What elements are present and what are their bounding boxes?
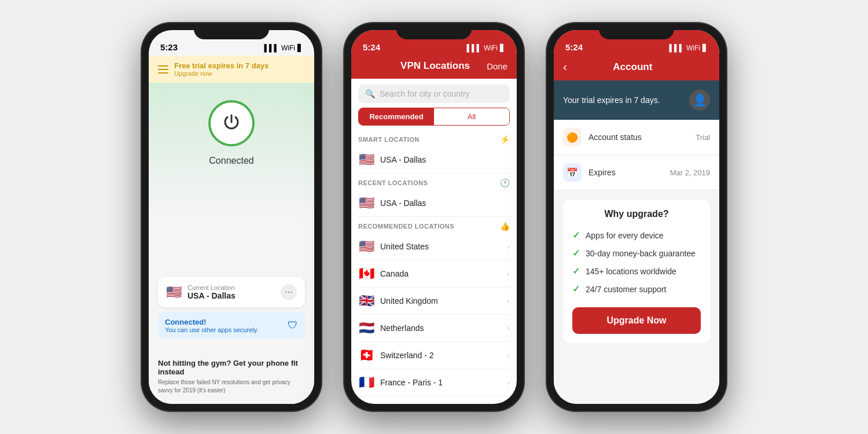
search-bar[interactable]: 🔍 Search for city or country — [358, 84, 510, 103]
upgrade-text-3: 24/7 customer support — [586, 285, 666, 294]
tabs-row: Recommended All — [358, 108, 510, 126]
signal-icon-2: ▌▌▌ — [466, 44, 481, 52]
recent-header: RECENT LOCATIONS 🕐 — [358, 174, 510, 190]
chevron-icon-4: › — [507, 351, 510, 360]
smart-location-header: SMART LOCATION ⚡ — [358, 130, 510, 146]
hamburger-icon[interactable] — [158, 65, 168, 73]
done-button[interactable]: Done — [487, 61, 507, 71]
recommended-label: RECOMMENDED LOCATIONS — [358, 223, 454, 230]
tab-all[interactable]: All — [434, 108, 509, 125]
us-flag-1: 🇺🇸 — [166, 285, 182, 300]
smart-location-row[interactable]: 🇺🇸 USA - Dallas — [358, 146, 510, 174]
loc-flag-6: 🇭🇰 — [358, 402, 374, 404]
loc-flag-3: 🇳🇱 — [358, 321, 374, 336]
check-icon-0: ✓ — [572, 230, 580, 241]
smart-name: USA - Dallas — [380, 155, 510, 164]
status-icons-3: ▌▌▌ WiFi ▋ — [669, 44, 708, 52]
locations-container: 🇺🇸 United States › 🇨🇦 Canada › 🇬🇧 United… — [358, 233, 510, 404]
blog-section: Not hitting the gym? Get your phone fit … — [149, 353, 314, 404]
connected-notification: Connected! You can use other apps secure… — [158, 312, 305, 339]
smart-flag: 🇺🇸 — [358, 152, 374, 167]
trial-banner: Free trial expires in 7 days Upgrade now — [149, 56, 314, 83]
location-row[interactable]: 🇨🇦 Canada › — [358, 260, 510, 288]
loc-flag-5: 🇫🇷 — [358, 375, 374, 390]
recommended-header: RECOMMENDED LOCATIONS 👍 — [358, 217, 510, 233]
upgrade-section: Why upgrade? ✓ Apps for every device ✓ 3… — [563, 200, 710, 343]
upgrade-item: ✓ 24/7 customer support — [572, 280, 701, 298]
trial-title: Free trial expires in 7 days — [174, 61, 305, 70]
clock-icon: 🕐 — [500, 178, 510, 187]
account-status-value: Trial — [696, 133, 710, 142]
vpn-title: VPN Locations — [384, 60, 487, 72]
phones-container: 5:23 ▌▌▌ WiFi ▋ Free trial expires in 7 … — [142, 23, 726, 411]
power-icon — [221, 112, 242, 135]
upgrade-title: Why upgrade? — [572, 209, 701, 219]
upgrade-item: ✓ Apps for every device — [572, 226, 701, 244]
avatar: 👤 — [689, 90, 710, 111]
loc-flag-1: 🇨🇦 — [358, 266, 374, 281]
location-row[interactable]: 🇭🇰 Hong Kong - 2 › — [358, 396, 510, 404]
more-button[interactable]: ··· — [281, 284, 297, 300]
blog-sub: Replace those failed NY resolutions and … — [158, 378, 305, 395]
chevron-icon-5: › — [507, 378, 510, 387]
notch — [194, 23, 269, 39]
connected-label: Connected — [209, 156, 253, 166]
recent-label: RECENT LOCATIONS — [358, 179, 428, 186]
loc-name-2: United Kingdom — [380, 296, 501, 306]
expires-value: Mar 2, 2019 — [670, 168, 710, 177]
recent-location-row[interactable]: 🇺🇸 USA - Dallas — [358, 190, 510, 217]
expires-icon: 📅 — [563, 163, 582, 182]
location-card[interactable]: 🇺🇸 Current Location USA - Dallas ··· — [158, 277, 305, 307]
expires-label: Expires — [589, 168, 663, 177]
loc-name-0: United States — [380, 242, 501, 251]
battery-icon: ▋ — [297, 44, 303, 52]
power-button-wrap[interactable] — [208, 100, 255, 146]
chevron-icon-0: › — [507, 242, 510, 251]
upgrade-text-1: 30-day money-back guarantee — [586, 249, 696, 258]
location-row[interactable]: 🇺🇸 United States › — [358, 233, 510, 260]
loc-name-3: Netherlands — [380, 323, 501, 333]
phone-connected: 5:23 ▌▌▌ WiFi ▋ Free trial expires in 7 … — [142, 23, 321, 411]
location-row[interactable]: 🇬🇧 United Kingdom › — [358, 288, 510, 315]
loc-name-4: Switzerland - 2 — [380, 351, 501, 360]
locations-list: SMART LOCATION ⚡ 🇺🇸 USA - Dallas RECENT … — [351, 130, 517, 404]
upgrade-text-2: 145+ locations worldwide — [586, 267, 676, 276]
wifi-icon-2: WiFi — [484, 44, 498, 52]
location-row[interactable]: 🇳🇱 Netherlands › — [358, 315, 510, 342]
check-icon-2: ✓ — [572, 266, 580, 277]
account-status-row: 🟠 Account status Trial — [554, 120, 719, 155]
status-time-3: 5:24 — [565, 42, 583, 52]
loc-name-1: Canada — [380, 269, 501, 278]
power-button[interactable] — [208, 100, 255, 146]
smart-label: SMART LOCATION — [358, 136, 420, 143]
search-placeholder: Search for city or country — [380, 89, 470, 98]
wifi-icon-3: WiFi — [686, 44, 700, 52]
shield-icon: 🛡 — [288, 319, 298, 332]
back-icon[interactable]: ‹ — [563, 60, 567, 73]
account-title: Account — [573, 61, 693, 73]
upgrade-item: ✓ 30-day money-back guarantee — [572, 244, 701, 262]
account-trial-banner: Your trial expires in 7 days. 👤 — [554, 80, 719, 120]
status-time-1: 5:23 — [160, 42, 178, 52]
notch-3 — [599, 23, 674, 39]
home-indicator-1 — [197, 404, 266, 406]
search-icon: 🔍 — [365, 89, 375, 98]
trial-banner-text: Your trial expires in 7 days. — [563, 95, 660, 105]
upgrade-item: ✓ 145+ locations worldwide — [572, 262, 701, 280]
upgrade-items-container: ✓ Apps for every device ✓ 30-day money-b… — [572, 226, 701, 298]
location-row[interactable]: 🇫🇷 France - Paris - 1 › — [358, 369, 510, 396]
location-row[interactable]: 🇨🇭 Switzerland - 2 › — [358, 342, 510, 369]
signal-icon-3: ▌▌▌ — [669, 44, 684, 52]
loc-flag-0: 🇺🇸 — [358, 239, 374, 254]
upgrade-button[interactable]: Upgrade Now — [572, 307, 701, 334]
wifi-icon: WiFi — [281, 44, 295, 52]
phone-locations: 5:24 ▌▌▌ WiFi ▋ VPN Locations Done 🔍 Sea… — [344, 23, 524, 411]
chevron-icon-3: › — [507, 323, 510, 333]
notch-2 — [396, 23, 472, 39]
location-label: Current Location — [187, 284, 275, 291]
phone-account: 5:24 ▌▌▌ WiFi ▋ ‹ Account Your trial exp… — [547, 23, 726, 411]
tab-recommended[interactable]: Recommended — [359, 108, 434, 125]
notif-title: Connected! — [165, 318, 282, 326]
account-header: ‹ Account — [554, 56, 719, 80]
account-status-label: Account status — [589, 133, 689, 142]
